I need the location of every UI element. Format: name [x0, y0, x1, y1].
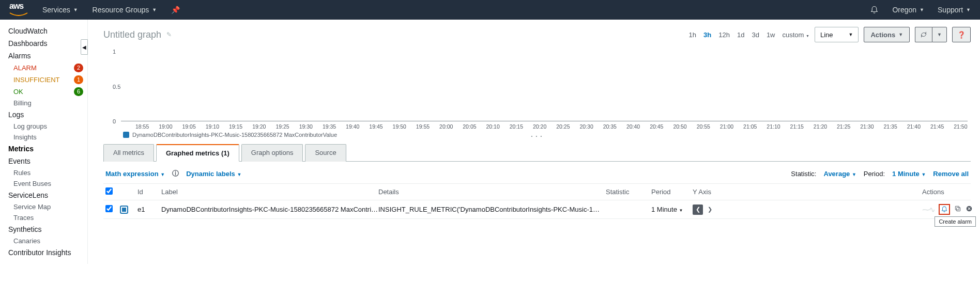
range-3h[interactable]: 3h — [703, 31, 711, 39]
metrics-tabs: All metrics Graphed metrics (1) Graph op… — [103, 144, 971, 162]
tab-source[interactable]: Source — [305, 144, 346, 162]
header-actions: Actions — [922, 188, 969, 196]
range-1d[interactable]: 1d — [737, 31, 744, 39]
chevron-down-icon: ▼ — [160, 172, 165, 177]
sidebar-item-dashboards[interactable]: Dashboards — [6, 37, 87, 50]
select-all-checkbox[interactable] — [105, 187, 113, 195]
dynamic-labels-link[interactable]: Dynamic labels ▼ — [186, 170, 241, 178]
pin-icon[interactable]: 📌 — [171, 6, 180, 14]
region-selector[interactable]: Oregon▼ — [892, 6, 924, 14]
row-details: INSIGHT_RULE_METRIC('DynamoDBContributor… — [378, 206, 606, 213]
chart-legend: DynamoDBContributorInsights-PKC-Music-15… — [123, 132, 968, 138]
sidebar-item-insufficient[interactable]: INSUFFICIENT1 — [6, 74, 87, 86]
legend-swatch-icon — [123, 132, 129, 138]
sidebar-item-insights[interactable]: Insights — [6, 132, 87, 143]
range-custom[interactable]: custom ▼ — [783, 31, 809, 39]
graph-title[interactable]: Untitled graph — [103, 29, 161, 40]
sidebar-item-logs[interactable]: Logs — [6, 108, 87, 121]
resource-groups-menu[interactable]: Resource Groups▼ — [93, 6, 157, 14]
top-nav: aws Services▼ Resource Groups▼ 📌 Oregon▼… — [0, 0, 980, 20]
metrics-table-header: Id Label Details Statistic Period Y Axis… — [103, 183, 971, 200]
row-label[interactable]: DynamoDBContributorInsights-PKC-Music-15… — [161, 206, 378, 213]
row-period[interactable]: 1 Minute ▼ — [651, 206, 693, 213]
sidebar: ◀ CloudWatch Dashboards Alarms ALARM2 IN… — [0, 20, 88, 264]
sidebar-item-canaries[interactable]: Canaries — [6, 235, 87, 246]
row-checkbox[interactable] — [105, 205, 113, 212]
header-label: Label — [161, 188, 378, 196]
sidebar-item-rules[interactable]: Rules — [6, 167, 87, 178]
sidebar-item-synthetics[interactable]: Synthetics — [6, 223, 87, 235]
actions-button[interactable]: Actions▼ — [864, 27, 910, 42]
chart-x-axis — [121, 121, 968, 121]
tab-all-metrics[interactable]: All metrics — [103, 144, 154, 162]
sidebar-item-service-map[interactable]: Service Map — [6, 201, 87, 212]
period-label: Period: — [864, 170, 885, 178]
refresh-options-button[interactable]: ▼ — [932, 27, 947, 42]
statistic-select[interactable]: Average ▼ — [823, 170, 856, 178]
remove-metric-icon[interactable] — [966, 205, 973, 214]
ok-count-badge: 6 — [74, 87, 83, 96]
header-id: Id — [137, 188, 161, 196]
math-help-icon[interactable]: ⓘ — [172, 169, 179, 178]
series-color-swatch[interactable] — [120, 206, 128, 214]
chevron-down-icon: ▼ — [937, 32, 942, 37]
refresh-button[interactable] — [915, 27, 932, 42]
sidebar-item-ok[interactable]: OK6 — [6, 86, 87, 98]
aws-smile-icon — [9, 12, 28, 17]
sidebar-item-alarm-state[interactable]: ALARM2 — [6, 62, 87, 74]
yaxis-left-button[interactable]: ❮ — [693, 204, 703, 215]
sidebar-item-contributor-insights[interactable]: Contributor Insights — [6, 246, 87, 259]
graphed-metrics-toolbar: Math expression ▼ ⓘ Dynamic labels ▼ Sta… — [103, 162, 971, 183]
chevron-down-icon: ▼ — [852, 172, 856, 177]
notifications-icon[interactable] — [870, 5, 879, 15]
aws-logo[interactable]: aws — [9, 2, 28, 19]
sidebar-item-billing[interactable]: Billing — [6, 98, 87, 108]
support-menu[interactable]: Support▼ — [938, 6, 971, 14]
yaxis-right-button[interactable]: ❯ — [705, 204, 715, 215]
chevron-down-icon: ▼ — [920, 7, 924, 12]
sidebar-item-traces[interactable]: Traces — [6, 212, 87, 223]
period-select[interactable]: 1 Minute ▼ — [892, 170, 926, 178]
chevron-down-icon: ▼ — [679, 208, 683, 213]
range-1w[interactable]: 1w — [767, 31, 775, 39]
chevron-down-icon: ▼ — [73, 7, 78, 12]
help-button[interactable]: ❓ — [952, 27, 971, 42]
anomaly-detection-icon[interactable]: ⁓∿ — [922, 205, 935, 214]
legend-label: DynamoDBContributorInsights-PKC-Music-15… — [132, 132, 337, 138]
sidebar-item-cloudwatch[interactable]: CloudWatch — [6, 25, 87, 37]
tab-graphed-metrics[interactable]: Graphed metrics (1) — [156, 144, 239, 162]
svg-rect-0 — [957, 208, 960, 211]
chevron-down-icon: ▼ — [966, 7, 971, 12]
insufficient-count-badge: 1 — [74, 75, 83, 84]
sidebar-item-alarms[interactable]: Alarms — [6, 50, 87, 62]
time-range-picker: 1h 3h 12h 1d 3d 1w custom ▼ — [689, 31, 809, 39]
sidebar-item-event-buses[interactable]: Event Buses — [6, 178, 87, 189]
range-1h[interactable]: 1h — [689, 31, 696, 39]
chart-x-ticks: 18:5519:0019:0519:1019:1519:2019:2519:30… — [135, 123, 968, 130]
sidebar-item-log-groups[interactable]: Log groups — [6, 121, 87, 132]
range-3d[interactable]: 3d — [752, 31, 759, 39]
chevron-down-icon: ▼ — [237, 172, 241, 177]
math-expression-link[interactable]: Math expression ▼ — [105, 170, 165, 178]
header-yaxis: Y Axis — [693, 188, 724, 196]
sidebar-item-metrics[interactable]: Metrics — [6, 143, 87, 155]
graph-type-select[interactable]: Line▼ — [815, 27, 859, 42]
collapse-sidebar-icon[interactable]: ◀ — [81, 39, 88, 55]
chevron-down-icon: ▼ — [921, 172, 926, 177]
services-menu[interactable]: Services▼ — [42, 6, 78, 14]
chevron-down-icon: ▼ — [152, 7, 157, 12]
sidebar-item-servicelens[interactable]: ServiceLens — [6, 189, 87, 201]
main-content: Untitled graph ✎ 1h 3h 12h 1d 3d 1w cust… — [88, 20, 980, 264]
create-alarm-tooltip: Create alarm — [935, 216, 976, 227]
remove-all-link[interactable]: Remove all — [933, 170, 969, 178]
sidebar-item-events[interactable]: Events — [6, 155, 87, 167]
chart: 00.51 18:5519:0019:0519:1019:1519:2019:2… — [103, 45, 971, 131]
edit-title-icon[interactable]: ✎ — [166, 31, 172, 38]
duplicate-icon[interactable] — [954, 205, 961, 214]
tab-graph-options[interactable]: Graph options — [241, 144, 303, 162]
create-alarm-button[interactable] — [939, 204, 950, 215]
range-12h[interactable]: 12h — [718, 31, 730, 39]
header-details: Details — [378, 188, 606, 196]
header-period: Period — [651, 188, 693, 196]
statistic-label: Statistic: — [791, 170, 816, 178]
